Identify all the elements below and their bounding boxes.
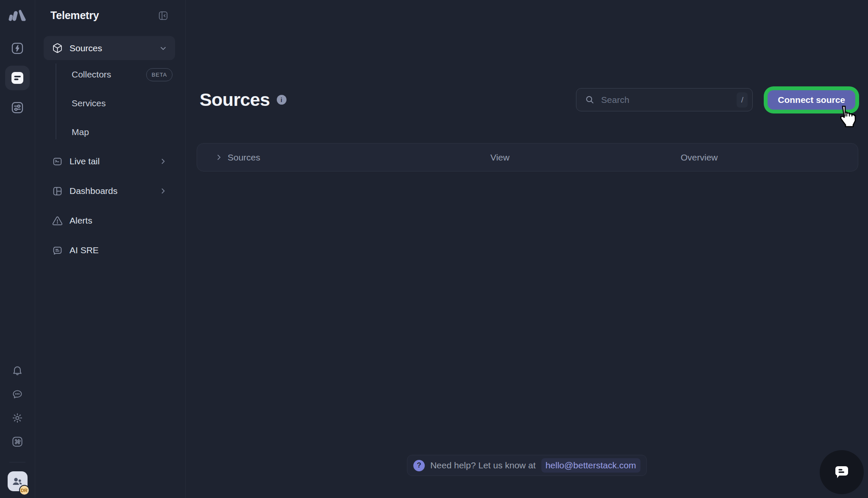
rail-footer: DR — [8, 362, 28, 498]
bell-icon — [11, 365, 23, 376]
beta-badge: BETA — [146, 68, 172, 81]
chat-bubble-icon — [832, 462, 851, 482]
sidebar-item-label: Services — [72, 98, 106, 108]
page-header: Sources i / Connect source — [198, 88, 855, 111]
sidebar-item-alerts[interactable]: Alerts — [44, 206, 175, 235]
sidebar-item-sources[interactable]: Sources — [44, 36, 175, 60]
keyboard-shortcuts-button[interactable] — [9, 433, 26, 450]
rail-item-uptime[interactable] — [5, 36, 30, 61]
sun-icon — [11, 412, 23, 424]
chevron-down-icon — [159, 44, 167, 53]
connect-source-button[interactable]: Connect source — [768, 90, 855, 110]
table-group-sources[interactable]: Sources — [215, 152, 490, 163]
connect-source-label: Connect source — [778, 95, 845, 105]
sidebar-title: Telemetry — [50, 9, 99, 22]
avatar-initials-badge: DR — [19, 485, 30, 495]
sidebar: Telemetry Sources Col — [35, 0, 186, 498]
help-icon: ? — [413, 460, 425, 471]
search-input[interactable] — [600, 94, 731, 105]
search-shortcut-key: / — [737, 92, 748, 108]
theme-toggle-button[interactable] — [9, 409, 26, 426]
column-header-sources: Sources — [228, 152, 260, 163]
ai-chat-icon — [52, 245, 63, 256]
command-icon — [11, 435, 24, 448]
account-avatar[interactable]: DR — [8, 471, 28, 491]
column-header-overview: Overview — [681, 152, 858, 163]
chevron-right-icon — [215, 153, 223, 161]
terminal-icon — [52, 156, 63, 167]
page-title: Sources — [200, 89, 270, 110]
sidebar-item-dashboards[interactable]: Dashboards — [44, 176, 175, 206]
betterstack-logo-icon[interactable] — [8, 9, 26, 22]
sidebar-item-label: Sources — [70, 43, 152, 53]
rail-item-integrations[interactable] — [5, 95, 30, 120]
sidebar-item-label: Map — [72, 127, 89, 137]
app-root: DR Telemetry Sources — [0, 0, 868, 498]
sidebar-item-label: Collectors — [72, 69, 111, 80]
main-content: Sources i / Connect source Sources — [186, 0, 868, 498]
subnav-guide-line — [56, 64, 56, 139]
sources-table-header: Sources View Overview — [197, 143, 858, 172]
column-header-view: View — [490, 152, 681, 163]
sidebar-item-ai-sre[interactable]: AI SRE — [44, 235, 175, 265]
sidebar-item-live-tail[interactable]: Live tail — [44, 147, 175, 176]
chat-dots-icon — [11, 388, 23, 400]
help-text: Need help? Let us know at — [430, 460, 536, 470]
rail-item-telemetry[interactable] — [5, 66, 30, 90]
sidebar-header: Telemetry — [35, 0, 185, 22]
sources-subnav: Collectors BETA Services Map — [35, 60, 185, 147]
lightning-icon — [10, 41, 25, 56]
help-email-link[interactable]: hello@betterstack.com — [541, 458, 640, 473]
sidebar-item-map[interactable]: Map — [35, 118, 185, 147]
rail-divider — [9, 462, 25, 462]
alert-triangle-icon — [52, 216, 63, 226]
sliders-icon — [10, 100, 25, 115]
search-icon — [585, 95, 595, 105]
sidebar-item-label: Alerts — [70, 216, 167, 226]
info-icon[interactable]: i — [277, 95, 287, 105]
logs-icon — [11, 72, 24, 84]
dashboard-grid-icon — [52, 186, 63, 196]
chevron-right-icon — [159, 187, 167, 195]
collapse-sidebar-button[interactable] — [158, 10, 169, 21]
feedback-chat-button[interactable] — [9, 386, 26, 403]
notifications-bell-button[interactable] — [9, 362, 26, 379]
sidebar-item-label: Live tail — [70, 156, 152, 166]
chat-launcher-button[interactable] — [820, 450, 864, 494]
sidebar-item-label: Dashboards — [70, 186, 152, 196]
cube-icon — [52, 43, 63, 53]
product-rail: DR — [0, 0, 35, 498]
panel-collapse-icon — [158, 10, 169, 21]
chevron-right-icon — [159, 157, 167, 166]
search-input-wrapper[interactable]: / — [576, 88, 753, 111]
rail-nav — [5, 36, 30, 120]
sidebar-item-services[interactable]: Services — [35, 89, 185, 118]
sidebar-item-collectors[interactable]: Collectors BETA — [35, 60, 185, 89]
help-bar: ? Need help? Let us know at hello@better… — [407, 455, 647, 476]
sidebar-item-label: AI SRE — [70, 245, 167, 255]
